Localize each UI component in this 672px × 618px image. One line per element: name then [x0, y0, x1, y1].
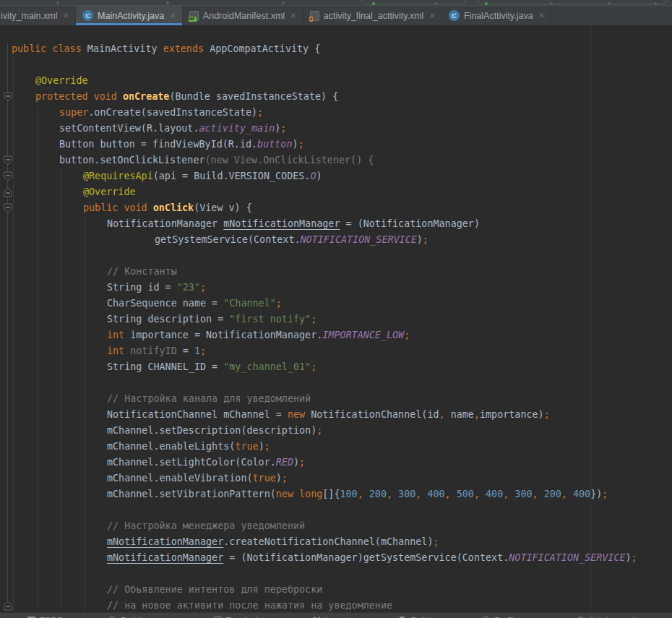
- code-line[interactable]: int notifyID = 1;: [107, 343, 206, 359]
- code-token-dim: notifyID: [130, 346, 177, 356]
- code-line[interactable]: setContentView(R.layout.activity_main);: [59, 121, 286, 137]
- code-line[interactable]: mChannel.enableLights(true);: [107, 439, 270, 455]
- run-icon[interactable]: [372, 2, 375, 5]
- widget-icon[interactable]: [608, 2, 611, 5]
- code-line[interactable]: button.setOnClickListener(new View.OnCli…: [59, 153, 374, 168]
- code-line[interactable]: super.onCreate(savedInstanceState);: [59, 105, 263, 121]
- fold-down-icon[interactable]: [3, 171, 13, 181]
- code-token-num: 100: [340, 489, 357, 499]
- fold-up-icon[interactable]: [3, 601, 13, 611]
- code-token-kw: ;: [200, 346, 206, 356]
- toolwindow-button-app-inspection[interactable]: App Inspection: [577, 613, 644, 618]
- code-token-kw: ,: [415, 489, 427, 499]
- code-line[interactable]: mChannel.setDescription(description);: [107, 423, 322, 439]
- code-line[interactable]: String CHANNEL_ID = "my_channel_01";: [107, 359, 316, 375]
- close-tab-icon[interactable]: ×: [429, 11, 435, 20]
- code-line[interactable]: protected void onCreate(Bundle savedInst…: [35, 89, 338, 105]
- code-line[interactable]: mChannel.setLightColor(Color.RED);: [107, 455, 305, 471]
- code-token-kw: int: [107, 346, 130, 356]
- fold-up-icon[interactable]: [3, 187, 13, 197]
- tab-androidmanifest-xml[interactable]: MFAndroidManifest.xml×: [183, 6, 303, 25]
- tab-finalacttivity-java[interactable]: CFinalActtivity.java×: [442, 6, 551, 25]
- code-line[interactable]: NotificationChannel mChannel = new Notif…: [107, 407, 550, 423]
- widget-icon[interactable]: [654, 2, 657, 5]
- toolwindow-button-profiler[interactable]: Profiler: [482, 613, 520, 618]
- toolwindow-button-todo[interactable]: TODO: [27, 613, 64, 618]
- code-token-num: 400: [486, 489, 503, 499]
- code-token-kw: ;: [311, 314, 316, 325]
- fold-down-icon[interactable]: [3, 203, 13, 213]
- code-line[interactable]: int importance = NotificationManager.IMP…: [107, 327, 410, 343]
- code-line[interactable]: // Настройка менеджера уведомлений: [107, 518, 305, 534]
- code-line[interactable]: @Override: [35, 73, 88, 89]
- code-line[interactable]: String id = "23";: [107, 280, 206, 296]
- code-token-kw: super: [59, 107, 88, 118]
- tab-label: activity_final_acttivity.xml: [324, 11, 424, 21]
- code-line[interactable]: String description = "first notify";: [107, 312, 316, 327]
- code-line[interactable]: mNotificationManager = (NotificationMana…: [107, 550, 637, 566]
- code-line[interactable]: public void onClick(View v) {: [83, 200, 252, 216]
- code-token-kw: ,: [445, 489, 457, 499]
- code-token-def: []{: [322, 489, 340, 499]
- fold-down-icon[interactable]: [3, 155, 13, 166]
- close-tab-icon[interactable]: ×: [170, 11, 176, 20]
- code-token-const: activity_main: [199, 123, 275, 134]
- code-token-const: button: [257, 139, 292, 150]
- code-token-def: NotificationChannel(id: [311, 409, 439, 420]
- code-token-def: ): [316, 171, 322, 181]
- code-line[interactable]: // Обьявление интентов для переброски: [107, 582, 322, 598]
- code-line[interactable]: public class MainActivity extends AppCom…: [12, 41, 320, 57]
- tab-activity-final-acttivity-xml[interactable]: xactivity_final_acttivity.xml×: [303, 6, 442, 25]
- code-line[interactable]: Button button = findViewById(R.id.button…: [59, 137, 304, 153]
- run-configuration-widget[interactable]: [361, 0, 466, 4]
- code-line[interactable]: getSystemService(Context.NOTIFICATION_SE…: [155, 232, 428, 248]
- code-line[interactable]: // Настройка канала для уведомлений: [107, 391, 311, 407]
- code-token-const: RED: [276, 457, 293, 468]
- close-tab-icon[interactable]: ×: [539, 11, 545, 20]
- toolwindow-button-terminal[interactable]: Terminal: [214, 613, 257, 618]
- code-token-und: mNotificationManager: [107, 536, 223, 547]
- toolwindow-button-build[interactable]: Build: [399, 613, 430, 618]
- code-token-def: button.setOnClickListener: [59, 155, 205, 166]
- toolwindow-button-logcat[interactable]: Logcat: [313, 613, 350, 618]
- toolwindow-button-problems[interactable]: Problems: [108, 613, 156, 618]
- code-token-ann: @Override: [83, 186, 136, 197]
- code-line[interactable]: NotificationManager mNotificationManager…: [107, 216, 480, 232]
- widget-icon[interactable]: [434, 2, 437, 5]
- tab-mainactivity-java[interactable]: CMainActivity.java×: [76, 6, 183, 25]
- toolbar-icon[interactable]: [282, 1, 285, 4]
- code-token-kw: ,: [474, 489, 486, 499]
- code-token-def: mChannel.setVibrationPattern(: [107, 489, 276, 499]
- code-line[interactable]: CharSequence name = "Channel";: [107, 296, 282, 312]
- close-tab-icon[interactable]: ×: [290, 11, 296, 20]
- toolbar-icon[interactable]: [166, 1, 169, 4]
- code-token-cmt: // Настройка канала для уведомлений: [107, 393, 311, 404]
- device-online-icon[interactable]: [485, 2, 488, 5]
- widget-icon[interactable]: [550, 2, 553, 5]
- device-selector-widget[interactable]: [477, 0, 668, 4]
- code-editor[interactable]: public class MainActivity extends AppCom…: [0, 25, 672, 612]
- code-token-cmt: // Обьявление интентов для переброски: [107, 584, 322, 595]
- code-line[interactable]: @RequiresApi(api = Build.VERSION_CODES.O…: [83, 168, 322, 184]
- fold-region-line: [7, 43, 8, 609]
- code-token-kw: int: [107, 330, 130, 340]
- code-line[interactable]: // Константы: [107, 264, 177, 280]
- code-token-def: (View v) {: [194, 202, 252, 213]
- code-line[interactable]: mChannel.setVibrationPattern(new long[]{…: [107, 486, 608, 502]
- fold-down-icon[interactable]: [3, 92, 13, 102]
- toolbar-icon[interactable]: [56, 1, 59, 4]
- close-tab-icon[interactable]: ×: [64, 11, 69, 20]
- code-line[interactable]: // на новое активити после нажатия на ув…: [107, 598, 392, 612]
- code-token-str: "23": [177, 282, 200, 293]
- code-token-def: NotificationManager: [107, 218, 223, 229]
- code-token-def: MainActivity: [87, 43, 163, 54]
- indent-guide: [85, 216, 85, 612]
- code-line[interactable]: mChannel.enableVibration(true);: [107, 471, 288, 486]
- code-line[interactable]: @Override: [83, 184, 136, 200]
- code-token-kw: ;: [282, 473, 288, 484]
- tab-ivity-main-xml[interactable]: ivity_main.xml×: [0, 6, 76, 25]
- code-line[interactable]: mNotificationManager.createNotificationC…: [107, 534, 439, 550]
- code-token-def: ): [276, 473, 282, 484]
- tab-label: MainActivity.java: [98, 11, 164, 21]
- code-token-kw: ,: [561, 489, 573, 499]
